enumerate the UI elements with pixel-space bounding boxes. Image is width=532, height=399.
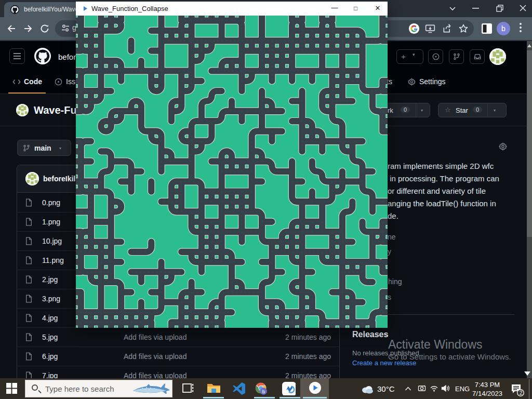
- svg-text:b: b: [262, 389, 265, 394]
- svg-text:2: 2: [520, 390, 523, 396]
